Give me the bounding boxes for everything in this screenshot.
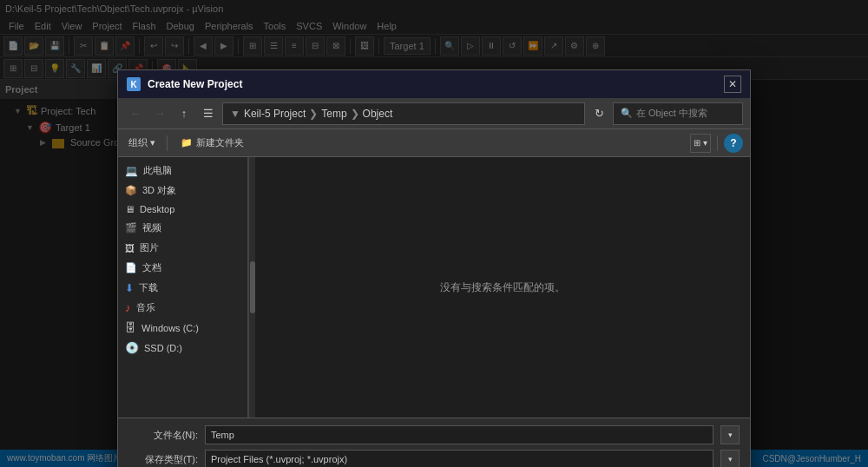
sidebar-picture[interactable]: 图片: [118, 238, 247, 258]
filetype-label: 保存类型(T):: [128, 453, 198, 466]
desktop-icon: [125, 204, 135, 214]
breadcrumb-temp[interactable]: Temp: [321, 108, 346, 120]
sidebar-video[interactable]: 视频: [118, 218, 247, 238]
filename-row: 文件名(N): ▾: [128, 425, 740, 444]
folder-icon: 📁: [181, 137, 193, 148]
windows-icon: 🗄: [125, 321, 136, 334]
sidebar-wrapper: 此电脑 3D 对象 Desktop 视频: [118, 157, 255, 418]
filename-label: 文件名(N):: [128, 429, 198, 442]
dialog-titlebar: K Create New Project ✕: [118, 70, 750, 98]
dialog-close-btn[interactable]: ✕: [724, 76, 741, 93]
nav-forward-btn[interactable]: →: [149, 103, 170, 124]
download-icon: [125, 282, 134, 294]
sidebar-music[interactable]: 音乐: [118, 298, 247, 318]
sidebar-ssd-d[interactable]: 💿 SSD (D:): [118, 338, 247, 358]
dialog-toolbar: 组织 ▾ 📁 新建文件夹 ⊞ ▾ ?: [118, 129, 750, 157]
doc-icon: [125, 262, 137, 273]
filetype-row: 保存类型(T): ▾: [128, 450, 740, 467]
nav-up-btn[interactable]: ↑: [174, 103, 194, 124]
dialog-title-left: K Create New Project: [127, 77, 242, 91]
breadcrumb-bar: ▼ Keil-5 Project ❯ Temp ❯ Object: [222, 102, 585, 125]
dialog-sidebar: 此电脑 3D 对象 Desktop 视频: [118, 157, 248, 418]
toolbar-right: ⊞ ▾ ?: [690, 134, 743, 153]
new-folder-btn[interactable]: 📁 新建文件夹: [175, 135, 249, 151]
filename-input[interactable]: [205, 425, 713, 444]
dialog-icon: K: [127, 77, 141, 91]
dialog-form: 文件名(N): ▾ 保存类型(T): ▾: [118, 418, 750, 467]
computer-icon: [125, 165, 138, 177]
video-icon: [125, 222, 137, 234]
nav-bar: ← → ↑ ☰ ▼ Keil-5 Project ❯ Temp ❯ Object…: [118, 98, 750, 129]
search-icon: 🔍: [621, 108, 633, 119]
breadcrumb-object[interactable]: Object: [363, 108, 393, 120]
dlg-sep2: [717, 135, 718, 151]
sidebar-download[interactable]: 下载: [118, 278, 247, 298]
nav-refresh-btn[interactable]: ↻: [589, 103, 609, 124]
ssd-icon: 💿: [125, 341, 139, 354]
create-project-dialog: K Create New Project ✕ ← → ↑ ☰ ▼ Keil-5 …: [117, 69, 751, 467]
sidebar-desktop[interactable]: Desktop: [118, 201, 247, 218]
dialog-content: 此电脑 3D 对象 Desktop 视频: [118, 157, 750, 418]
search-placeholder: 在 Object 中搜索: [636, 107, 707, 120]
empty-message: 没有与搜索条件匹配的项。: [440, 280, 565, 295]
filetype-dropdown-btn[interactable]: ▾: [720, 450, 740, 467]
sidebar-computer[interactable]: 此电脑: [118, 161, 247, 181]
sidebar-doc[interactable]: 文档: [118, 258, 247, 278]
filetype-input[interactable]: [205, 450, 713, 467]
3d-icon: [125, 185, 137, 196]
help-btn[interactable]: ?: [724, 134, 743, 153]
nav-search-box[interactable]: 🔍 在 Object 中搜索: [613, 102, 743, 125]
dialog-title: Create New Project: [148, 78, 242, 90]
music-icon: [125, 301, 131, 314]
dialog-overlay: K Create New Project ✕ ← → ↑ ☰ ▼ Keil-5 …: [0, 0, 868, 467]
scrollbar-thumb[interactable]: [250, 261, 255, 313]
breadcrumb-arr1: ❯: [309, 108, 318, 120]
sidebar-scrollbar[interactable]: [248, 157, 255, 418]
sidebar-windows-c[interactable]: 🗄 Windows (C:): [118, 318, 247, 338]
breadcrumb-arr2: ❯: [351, 108, 359, 120]
breadcrumb-keil[interactable]: Keil-5 Project: [244, 108, 306, 120]
dlg-sep1: [167, 135, 168, 151]
sidebar-3d[interactable]: 3D 对象: [118, 181, 247, 201]
filename-dropdown-btn[interactable]: ▾: [720, 425, 740, 444]
organize-btn[interactable]: 组织 ▾: [125, 135, 159, 151]
nav-menu-btn[interactable]: ☰: [198, 103, 219, 124]
file-area: 没有与搜索条件匹配的项。: [255, 157, 750, 418]
nav-back-btn[interactable]: ←: [125, 103, 146, 124]
view-toggle-btn[interactable]: ⊞ ▾: [690, 134, 711, 153]
picture-icon: [125, 243, 135, 253]
breadcrumb-sep1: ▼: [230, 108, 240, 120]
